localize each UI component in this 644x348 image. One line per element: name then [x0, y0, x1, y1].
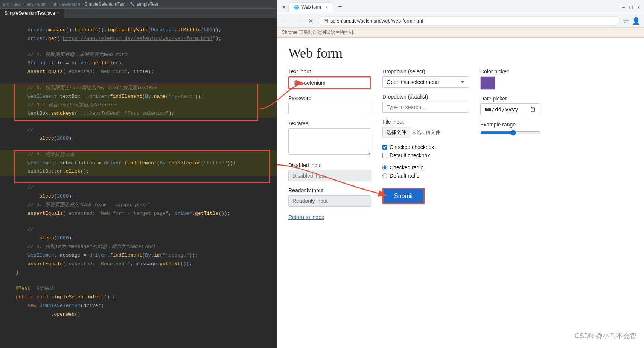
password-group: Password [288, 95, 371, 114]
form-column-left: Text input Password Textarea [288, 68, 371, 220]
close-window-icon[interactable]: × [637, 4, 640, 10]
automation-text: Chrome 正受到自动测试软件的控制. [282, 30, 354, 35]
file-input-group: File input 选择文件 未选...何文件 [382, 119, 469, 138]
default-radio[interactable] [382, 173, 387, 178]
tab-filename: SimpleSeleniumTest.java [5, 11, 55, 16]
code-line: driver.manage().timeouts().implicitlyWai… [0, 26, 277, 34]
code-line [0, 176, 277, 183]
code-line: // 3. 找到网页上name属性为"my-text"的元素textBox [0, 84, 277, 92]
code-line: textBox.sendKeys( ...keysToSend: "Test s… [0, 109, 277, 118]
form-layout: Text input Password Textarea [288, 68, 633, 220]
color-swatch[interactable] [480, 76, 495, 90]
breadcrumb-src: src [3, 2, 9, 7]
dropdown-select-group: Dropdown (select) Open this select menu [382, 68, 469, 88]
code-line: driver.get("https://www.selenium.dev/sel… [0, 34, 277, 43]
textarea-input[interactable] [288, 128, 371, 155]
datalist-group: Dropdown (datalist) [382, 94, 469, 113]
code-line: // 2. 获取网页标题，非断言言为Web form [0, 50, 277, 59]
code-line: String title = driver.getTitle(); [0, 59, 277, 67]
text-input-label: Text input [288, 68, 371, 74]
checked-radio[interactable] [382, 165, 387, 170]
bookmark-icon[interactable]: ☆ [623, 17, 629, 25]
return-to-index-link[interactable]: Return to index [288, 214, 371, 220]
code-line: assertEquals( expected: "Received!", mes… [0, 260, 277, 268]
file-choose-button[interactable]: 选择文件 [382, 127, 410, 138]
code-line: @Test 0个用法 [0, 284, 277, 293]
back-button[interactable]: ← [281, 17, 291, 25]
code-line: // 6. 找到id为"message"的消息，断言为"Received!" [0, 242, 277, 251]
code-line: public void simpleSeleniumTest() { [0, 293, 277, 301]
close-icon[interactable]: × [57, 11, 59, 15]
code-line: sleep(2000); [0, 134, 277, 143]
code-line [0, 118, 277, 125]
text-input[interactable] [289, 77, 370, 88]
address-bar[interactable]: ⚿ selenium.dev/selenium/web/web-form.htm… [318, 16, 620, 26]
forward-button[interactable]: → [294, 17, 303, 25]
code-line: WebElement submitButton = driver.findEle… [0, 159, 277, 167]
checked-checkbox[interactable] [382, 145, 387, 150]
checked-checkbox-row: Checked checkbox [382, 144, 469, 150]
checked-radio-label: Checked radio [390, 164, 423, 170]
datalist-label: Dropdown (datalist) [382, 94, 469, 100]
text-input-group: Text input [288, 68, 371, 89]
textarea-group: Textarea [288, 120, 371, 156]
collapse-button[interactable]: ▾ [281, 4, 287, 11]
page-title: Web form [288, 45, 633, 61]
submit-button[interactable]: Submit [382, 188, 425, 204]
code-line: // [0, 125, 277, 134]
default-checkbox-row: Default checkbox [382, 152, 469, 158]
breadcrumb-test: test [14, 2, 21, 7]
tab-close-icon[interactable]: × [326, 5, 328, 9]
date-picker-input[interactable] [480, 103, 540, 115]
watermark: CSDN @小马不会费 [575, 331, 636, 340]
color-picker-group: Color picker [480, 68, 548, 90]
code-line: sleep(2000); [0, 234, 277, 242]
default-checkbox[interactable] [382, 153, 387, 158]
default-checkbox-label: Default checkbox [390, 152, 430, 158]
textarea-label: Textarea [288, 120, 371, 126]
date-picker-group: Date picker [480, 96, 548, 115]
code-line [0, 217, 277, 225]
form-column-right: Color picker Date picker Example range [480, 68, 548, 220]
checked-checkbox-label: Checked checkbox [390, 144, 434, 150]
disabled-input [288, 170, 371, 181]
browser-tab[interactable]: 🌐 Web form × [288, 2, 333, 12]
dropdown-select[interactable]: Open this select menu [382, 76, 469, 88]
breadcrumb: src › test › java › com › fhh › selenium… [0, 0, 277, 9]
code-editor[interactable]: driver.manage().timeouts().implicitlyWai… [0, 18, 277, 348]
range-group: Example range [480, 122, 548, 137]
editor-tab[interactable]: SimpleSeleniumTest.java × [0, 9, 64, 18]
code-line [0, 277, 277, 284]
code-line: // 5. 断言页面名称为"Web form - target page" [0, 201, 277, 209]
checked-radio-row: Checked radio [382, 164, 469, 170]
new-tab-button[interactable]: + [335, 2, 345, 12]
browser-panel: ▾ 🌐 Web form × + − □ × ← → ✕ ⚿ selenium.… [277, 0, 644, 348]
color-picker-label: Color picker [480, 68, 548, 74]
code-line: new SimpleSelenium(driver) [0, 301, 277, 310]
code-line: // 3.1 设置textBox的值为Selenium [0, 101, 277, 109]
range-input[interactable] [480, 130, 540, 136]
code-line [0, 76, 277, 84]
date-picker-label: Date picker [480, 96, 548, 102]
range-label: Example range [480, 122, 548, 128]
password-input[interactable] [288, 103, 371, 114]
code-line [0, 43, 277, 50]
code-line: WebElement textBox = driver.findElement(… [0, 92, 277, 101]
password-label: Password [288, 95, 371, 101]
code-line: assertEquals( expected: "Web form - targ… [0, 209, 277, 218]
minimize-icon[interactable]: − [622, 4, 625, 10]
readonly-input-group: Readonly input [288, 187, 371, 207]
breadcrumb-com: com [38, 2, 47, 7]
code-line [0, 143, 277, 150]
datalist-input[interactable] [382, 102, 469, 113]
automation-notice: Chrome 正受到自动测试软件的控制. [277, 28, 644, 38]
code-line: sleep(2000); [0, 192, 277, 201]
code-line: } [0, 268, 277, 277]
maximize-icon[interactable]: □ [629, 4, 632, 10]
url-text: selenium.dev/selenium/web/web-form.html [330, 18, 423, 24]
breadcrumb-selenium: selenium [62, 2, 80, 7]
browser-titlebar: ▾ 🌐 Web form × + − □ × [277, 0, 644, 14]
profile-icon[interactable]: 👤 [632, 17, 640, 25]
refresh-button[interactable]: ✕ [306, 17, 315, 25]
page-content: Web form Text input Password [277, 38, 644, 348]
